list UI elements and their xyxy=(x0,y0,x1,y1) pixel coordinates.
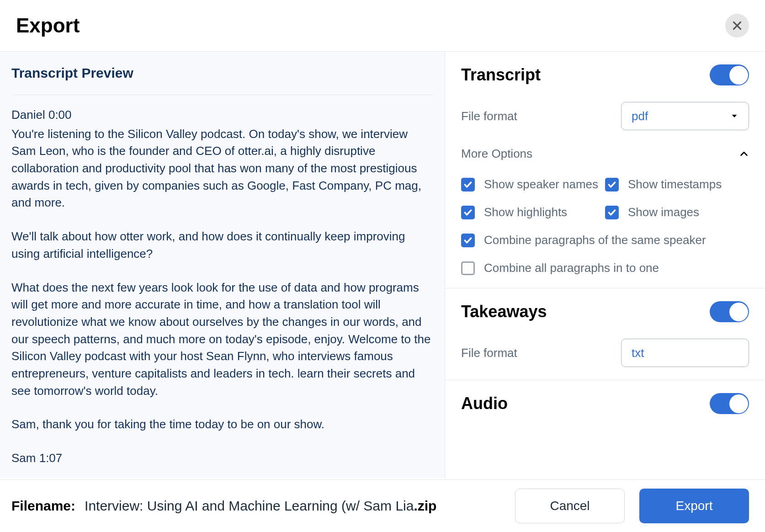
checkbox-checked-icon xyxy=(461,178,475,192)
transcript-preview-panel: Transcript Preview Daniel 0:00 You're li… xyxy=(0,52,445,478)
filename-label: Filename: xyxy=(11,498,75,514)
section-header: Audio xyxy=(461,393,749,414)
close-icon xyxy=(731,20,743,32)
filename-input[interactable]: Interview: Using AI and Machine Learning… xyxy=(85,498,436,514)
chevron-up-icon xyxy=(739,149,749,159)
checkbox-checked-icon xyxy=(605,206,619,219)
checkbox-checked-icon xyxy=(605,178,619,192)
export-button[interactable]: Export xyxy=(639,489,749,523)
takeaways-file-format-select[interactable]: txt xyxy=(621,339,749,367)
section-header: Transcript xyxy=(461,64,749,85)
speaker-timestamp: Daniel 0:00 xyxy=(11,106,433,124)
transcript-paragraph: We'll talk about how otter work, and how… xyxy=(11,228,433,262)
transcript-paragraph: Sam, thank you for taking the time today… xyxy=(11,416,433,433)
section-header: Takeaways xyxy=(461,301,749,322)
options-grid: Show speaker names Show timestamps Show … xyxy=(461,177,749,275)
takeaways-section-title: Takeaways xyxy=(461,302,547,321)
export-options-panel: Transcript File format pdf More Options xyxy=(445,52,765,478)
transcript-toggle[interactable] xyxy=(710,64,749,85)
option-combine-same-speaker[interactable]: Combine paragraphs of the same speaker xyxy=(461,233,749,247)
dialog-footer: Filename: Interview: Using AI and Machin… xyxy=(0,479,765,532)
dialog-header: Export xyxy=(0,0,765,52)
checkbox-label: Show timestamps xyxy=(628,177,722,192)
file-format-label: File format xyxy=(461,346,517,360)
file-format-row: File format pdf xyxy=(461,102,749,130)
checkbox-label: Combine paragraphs of the same speaker xyxy=(484,233,706,247)
checkbox-label: Show images xyxy=(628,205,699,219)
checkbox-unchecked-icon xyxy=(461,261,475,275)
more-options-label: More Options xyxy=(461,147,532,161)
option-show-highlights[interactable]: Show highlights xyxy=(461,205,605,219)
filename-group: Filename: Interview: Using AI and Machin… xyxy=(11,498,436,514)
filename-value: Interview: Using AI and Machine Learning… xyxy=(85,498,414,513)
file-format-label: File format xyxy=(461,109,517,123)
transcript-section: Transcript File format pdf More Options xyxy=(445,52,765,288)
transcript-section-title: Transcript xyxy=(461,65,541,85)
preview-title: Transcript Preview xyxy=(11,65,433,95)
option-combine-all[interactable]: Combine all paragraphs in to one xyxy=(461,261,749,275)
takeaways-section: Takeaways File format txt xyxy=(445,288,765,380)
file-format-row: File format txt xyxy=(461,339,749,367)
more-options-toggle[interactable]: More Options xyxy=(461,147,749,161)
dialog-content: Transcript Preview Daniel 0:00 You're li… xyxy=(0,52,765,478)
checkbox-label: Show speaker names xyxy=(484,177,598,192)
select-value: txt xyxy=(632,346,644,360)
option-show-images[interactable]: Show images xyxy=(605,205,749,219)
audio-section: Audio xyxy=(445,380,765,427)
checkbox-checked-icon xyxy=(461,206,475,219)
speaker-timestamp: Sam 1:07 xyxy=(11,450,433,467)
audio-section-title: Audio xyxy=(461,394,508,413)
filename-extension: .zip xyxy=(414,498,436,513)
caret-down-icon xyxy=(730,112,738,120)
audio-toggle[interactable] xyxy=(710,393,749,414)
transcript-paragraph: What does the next few years look look f… xyxy=(11,279,433,400)
checkbox-label: Combine all paragraphs in to one xyxy=(484,261,659,275)
select-value: pdf xyxy=(632,109,648,123)
transcript-paragraph: You're listening to the Silicon Valley p… xyxy=(11,126,433,212)
checkbox-checked-icon xyxy=(461,234,475,247)
transcript-file-format-select[interactable]: pdf xyxy=(621,102,749,130)
cancel-button[interactable]: Cancel xyxy=(515,489,625,523)
footer-buttons: Cancel Export xyxy=(515,489,749,523)
option-show-timestamps[interactable]: Show timestamps xyxy=(605,177,749,192)
checkbox-label: Show highlights xyxy=(484,205,567,219)
transcript-body: Daniel 0:00 You're listening to the Sili… xyxy=(11,106,433,467)
close-button[interactable] xyxy=(725,14,749,37)
takeaways-toggle[interactable] xyxy=(710,301,749,322)
option-show-speaker-names[interactable]: Show speaker names xyxy=(461,177,605,192)
dialog-title: Export xyxy=(16,14,80,37)
